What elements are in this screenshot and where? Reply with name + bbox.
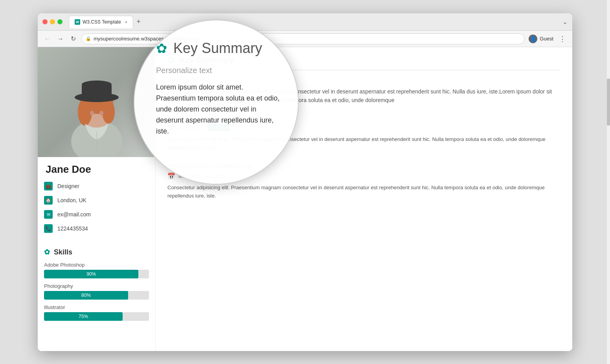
more-options-button[interactable]: ⋮ bbox=[557, 33, 568, 45]
info-phone: 📞 1224435534 bbox=[44, 224, 149, 233]
reload-button[interactable]: ↻ bbox=[69, 33, 77, 44]
skill-bar-fill-photography: 80% bbox=[44, 291, 128, 300]
tab-favicon: W bbox=[75, 19, 80, 25]
phone-icon: 📞 bbox=[44, 224, 53, 233]
new-tab-button[interactable]: + bbox=[133, 18, 144, 26]
back-button[interactable]: ← bbox=[42, 34, 52, 44]
titlebar: W W3.CSS Template × + ⌄ bbox=[38, 13, 572, 31]
email-text: ex@mail.com bbox=[57, 211, 91, 218]
person-name: Jane Doe bbox=[38, 157, 155, 179]
skills-title: ✿ Skills bbox=[44, 248, 149, 256]
sidebar-info: 💼 Designer 🏠 London, UK ✉ ex@mail.com 📞 … bbox=[38, 179, 155, 245]
tab-bar: W W3.CSS Template × + bbox=[69, 16, 559, 28]
skill-bar-fill-illustrator: 75% bbox=[44, 312, 123, 321]
maximize-window-button[interactable] bbox=[57, 19, 62, 24]
skill-name-illustrator: Illustrator bbox=[44, 304, 149, 310]
titlebar-actions: ⌄ bbox=[562, 18, 568, 26]
briefcase-icon: 💼 bbox=[44, 182, 53, 190]
magnifier-overlay: ✿ Key Summary Personalize text Lorem ips… bbox=[134, 20, 299, 185]
skills-icon: ✿ bbox=[44, 248, 50, 256]
info-email: ✉ ex@mail.com bbox=[44, 210, 149, 219]
skills-section: ✿ Skills Adobe Photoshop 90% Photography bbox=[38, 245, 155, 332]
location-text: London, UK bbox=[57, 197, 86, 203]
magnifier-header: ✿ Key Summary bbox=[156, 40, 262, 57]
url-bar[interactable]: 🔒 mysupercoolresume.w3spaces.com/index.h… bbox=[81, 33, 525, 44]
close-window-button[interactable] bbox=[42, 19, 48, 24]
chevron-down-icon: ⌄ bbox=[562, 18, 568, 25]
lock-icon: 🔒 bbox=[86, 36, 91, 41]
email-icon: ✉ bbox=[44, 210, 53, 219]
skill-pct-photography: 80% bbox=[81, 293, 91, 298]
skill-pct-photoshop: 90% bbox=[86, 271, 96, 277]
skill-bar-bg-photoshop: 90% bbox=[44, 270, 149, 278]
home-icon: 🏠 bbox=[44, 196, 53, 205]
magnifier-body: Lorem ipsum dolor sit amet. Praesentium … bbox=[156, 82, 280, 137]
skill-pct-illustrator: 75% bbox=[79, 314, 88, 319]
svg-point-5 bbox=[102, 100, 115, 124]
skill-name-photography: Photography bbox=[44, 283, 149, 289]
skill-photoshop: Adobe Photoshop 90% bbox=[44, 262, 149, 278]
skill-bar-bg-illustrator: 75% bbox=[44, 312, 149, 321]
tab-close-button[interactable]: × bbox=[125, 20, 127, 24]
job-text: Designer bbox=[57, 183, 79, 189]
skill-illustrator: Illustrator 75% bbox=[44, 304, 149, 321]
skill-name-photoshop: Adobe Photoshop bbox=[44, 262, 149, 268]
skills-label: Skills bbox=[54, 248, 72, 256]
tab-title: W3.CSS Template bbox=[83, 19, 121, 25]
skill-bar-bg-photography: 80% bbox=[44, 291, 149, 300]
resume-container: Jane Doe 💼 Designer 🏠 London, UK ✉ ex@ma… bbox=[38, 47, 572, 351]
svg-point-10 bbox=[99, 111, 103, 115]
user-label: Guest bbox=[540, 36, 553, 42]
svg-point-9 bbox=[90, 111, 94, 115]
info-job: 💼 Designer bbox=[44, 182, 149, 190]
magnifier-title: Key Summary bbox=[173, 40, 262, 57]
phone-text: 1224435534 bbox=[57, 225, 88, 232]
forward-button[interactable]: → bbox=[56, 34, 65, 44]
browser-window: W W3.CSS Template × + ⌄ ← → ↻ 🔒 mysuperc… bbox=[38, 13, 572, 351]
addressbar: ← → ↻ 🔒 mysupercoolresume.w3spaces.com/i… bbox=[38, 31, 572, 47]
job-description-1: Consectetur adipisicing elit. Praesentiu… bbox=[167, 184, 560, 200]
traffic-lights bbox=[42, 19, 62, 24]
browser-content: Jane Doe 💼 Designer 🏠 London, UK ✉ ex@ma… bbox=[38, 47, 572, 351]
browser-tab[interactable]: W W3.CSS Template × bbox=[69, 16, 133, 28]
info-location: 🏠 London, UK bbox=[44, 196, 149, 205]
user-area: 👤 Guest bbox=[529, 35, 553, 43]
user-avatar-icon: 👤 bbox=[529, 35, 537, 43]
magnifier-personalize-label: Personalize text bbox=[156, 66, 212, 75]
svg-point-4 bbox=[78, 98, 92, 126]
calendar-icon-1: 📅 bbox=[167, 172, 175, 180]
skill-photography: Photography 80% bbox=[44, 283, 149, 300]
skill-bar-fill-photoshop: 90% bbox=[44, 270, 138, 278]
svg-rect-8 bbox=[82, 84, 112, 98]
minimize-window-button[interactable] bbox=[50, 19, 55, 24]
